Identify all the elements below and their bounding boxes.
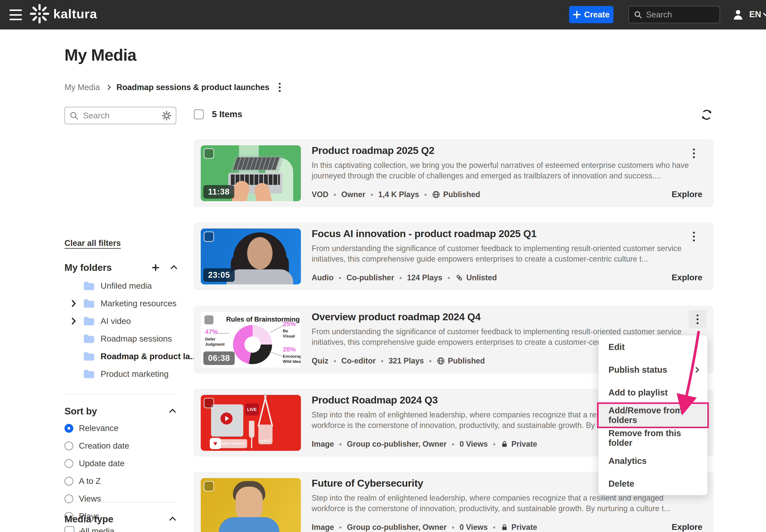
global-search-input[interactable]: Search — [628, 6, 720, 23]
explore-link[interactable]: Explore — [672, 190, 702, 199]
radio[interactable] — [64, 477, 73, 486]
status-label: Published — [443, 190, 480, 199]
create-button-label: Create — [584, 10, 610, 19]
expand-chevron-icon[interactable] — [70, 300, 77, 307]
expand-chevron-icon[interactable] — [70, 317, 77, 325]
clear-all-filters-link[interactable]: Clear all filters — [64, 239, 121, 248]
menu-item-analytics[interactable]: Analytics — [599, 449, 707, 472]
explore-link[interactable]: Explore — [672, 273, 702, 282]
menu-item-remove-from-this-folder[interactable]: Remove from this folder — [599, 427, 707, 449]
item-checkbox[interactable] — [204, 232, 214, 242]
chevron-right-icon — [106, 85, 111, 90]
explore-link[interactable]: Explore — [672, 522, 702, 532]
media-title[interactable]: Product Roadmap 2024 Q3 — [312, 394, 438, 406]
my-folders-title: My folders — [64, 262, 152, 273]
item-checkbox[interactable] — [204, 315, 214, 325]
collapse-sort-icon[interactable] — [169, 409, 176, 415]
plus-icon — [573, 11, 581, 18]
kaltura-logo[interactable]: kaltura — [30, 4, 97, 24]
sort-option-creation-date[interactable]: Creation date — [64, 437, 176, 455]
breadcrumb-kebab-menu[interactable] — [279, 83, 281, 92]
globe-icon — [432, 190, 440, 199]
radio-selected[interactable] — [64, 424, 73, 433]
item-kebab-menu[interactable] — [687, 229, 700, 244]
folder-list: Unfiled media Marketing resources AI vid… — [64, 277, 176, 383]
my-media-page: kaltura Create Search EN My Media My Med… — [0, 0, 766, 532]
media-title[interactable]: Overview product roadmap 2024 Q4 — [312, 311, 481, 323]
media-meta: Quiz Co-editor 321 Plays Published — [312, 356, 485, 365]
media-item-product-roadmap-2025-q2: 11:38 Product roadmap 2025 Q2 In this ca… — [193, 139, 714, 207]
media-type-option-all-media[interactable]: All media — [64, 526, 114, 532]
radio[interactable] — [64, 442, 73, 450]
kaltura-sunburst-icon — [30, 4, 49, 24]
item-checkbox[interactable] — [204, 148, 214, 159]
sort-option-views[interactable]: Views — [64, 490, 176, 507]
media-type-header: Media type — [64, 514, 176, 524]
global-search-placeholder: Search — [646, 10, 672, 19]
media-thumbnail[interactable] — [201, 478, 301, 532]
menu-item-add-to-playlist[interactable]: Add to playlist — [599, 381, 707, 404]
sort-option-relevance[interactable]: Relevance — [64, 419, 176, 437]
segment-label: Be Visual — [283, 328, 300, 339]
user-profile-icon[interactable] — [732, 9, 744, 21]
divider — [64, 394, 176, 394]
radio[interactable] — [64, 459, 73, 468]
save-the-date-label: SAVE THE DATE — [219, 439, 247, 448]
language-selector[interactable]: EN — [749, 9, 766, 19]
search-icon — [634, 10, 642, 19]
item-context-menu: Edit Publish status Add to playlist Add/… — [598, 335, 708, 495]
menu-item-edit[interactable]: Edit — [599, 336, 707, 358]
folder-item-marketing-resources[interactable]: Marketing resources — [64, 295, 176, 312]
hamburger-menu-icon[interactable] — [9, 9, 22, 20]
media-role-label: Owner — [341, 190, 365, 199]
media-thumbnail[interactable]: LIVE GUEST SAVE THE DATE ♥ — [201, 395, 301, 451]
media-type-label: Image — [312, 440, 334, 449]
sort-option-a-to-z[interactable]: A to Z — [64, 472, 176, 490]
checkbox[interactable] — [64, 526, 74, 532]
folder-item-unfiled-media[interactable]: Unfiled media — [64, 277, 176, 295]
media-status: Unlisted — [455, 273, 497, 282]
item-checkbox[interactable] — [204, 398, 214, 408]
media-title[interactable]: Focus AI innovation - product roadmap 20… — [312, 228, 536, 239]
menu-item-add-remove-from-folders[interactable]: Add/Remove from folders — [599, 404, 707, 427]
status-label: Private — [511, 523, 537, 532]
folder-item-roadmap-sessions[interactable]: Roadmap sessions — [64, 330, 176, 348]
media-meta: Image Group co-publisher, Owner 0 Views … — [312, 523, 537, 532]
media-status: Published — [432, 190, 480, 199]
gear-icon[interactable] — [162, 111, 172, 121]
status-label: Unlisted — [466, 273, 497, 282]
refresh-icon[interactable] — [701, 109, 713, 121]
select-all-checkbox[interactable] — [194, 109, 204, 119]
media-plays-label: 321 Plays — [389, 356, 424, 365]
heart-icon: ♥ — [210, 438, 221, 449]
media-thumbnail[interactable]: 11:38 — [201, 145, 301, 201]
folder-icon — [83, 316, 95, 326]
add-folder-button[interactable] — [152, 264, 159, 271]
media-title[interactable]: Future of Cybersecurity — [312, 477, 423, 489]
language-label: EN — [749, 9, 761, 19]
item-checkbox[interactable] — [204, 481, 214, 491]
segment-pct: 25% — [283, 320, 296, 328]
breadcrumb-root-link[interactable]: My Media — [64, 83, 100, 92]
media-title[interactable]: Product roadmap 2025 Q2 — [312, 144, 434, 156]
sort-option-update-date[interactable]: Update date — [64, 455, 176, 472]
item-kebab-menu[interactable] — [687, 146, 700, 161]
media-role-label: Group co-publisher, Owner — [347, 440, 447, 449]
lock-icon — [501, 523, 508, 531]
media-role-label: Co-publisher — [346, 273, 394, 282]
media-description: In this captivating collection, we bring… — [312, 160, 699, 181]
sort-by-title: Sort by — [64, 406, 170, 417]
menu-item-delete[interactable]: Delete — [599, 472, 707, 495]
media-plays-label: 124 Plays — [407, 273, 442, 282]
folder-item-product-marketing[interactable]: Product marketing — [64, 365, 176, 383]
item-kebab-menu-active[interactable] — [689, 310, 706, 328]
sidebar-search-input[interactable]: Search — [64, 107, 176, 124]
media-thumbnail[interactable]: 23:05 — [201, 228, 301, 284]
menu-item-publish-status[interactable]: Publish status — [599, 358, 707, 381]
collapse-media-type-icon[interactable] — [169, 517, 176, 523]
folder-item-roadmap-product-launches[interactable]: Roadmap & product la... — [64, 348, 176, 365]
folder-item-ai-video[interactable]: AI video — [64, 312, 176, 330]
collapse-folders-icon[interactable] — [170, 265, 177, 272]
media-thumbnail[interactable]: Rules of Brainstorming 47% Defer Judgmen… — [201, 312, 301, 368]
create-button[interactable]: Create — [569, 6, 613, 23]
